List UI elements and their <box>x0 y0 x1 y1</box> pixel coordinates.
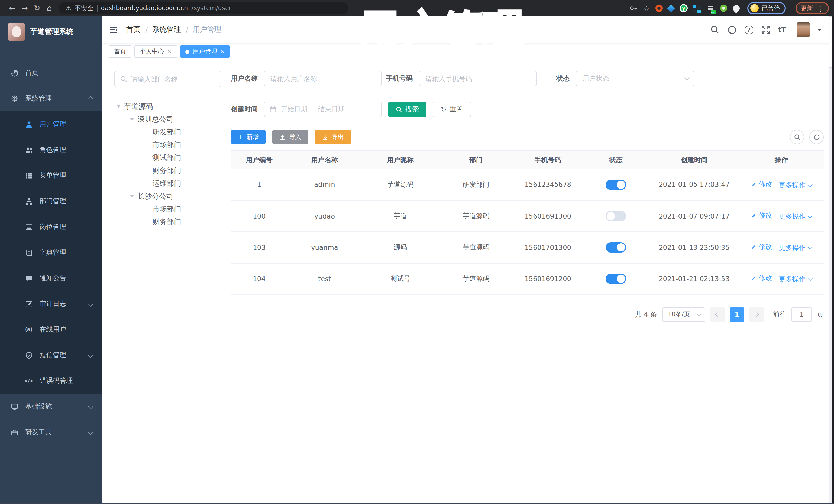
github-icon[interactable] <box>727 25 737 35</box>
status-toggle[interactable] <box>606 242 626 253</box>
browser-back-icon[interactable] <box>6 4 19 13</box>
extension-list-on-icon[interactable] <box>706 5 715 12</box>
extension-green-key-icon[interactable] <box>720 5 727 12</box>
tree-node[interactable]: 芋道源码 <box>114 100 221 113</box>
password-key-icon[interactable] <box>630 4 638 12</box>
more-actions-link[interactable]: 更多操作 <box>779 181 812 190</box>
browser-extensions-area: 已暂停 更新 <box>630 2 829 14</box>
browser-home-icon[interactable] <box>43 4 56 13</box>
chevron-down-icon <box>807 245 812 250</box>
extension-orange-ring-icon[interactable] <box>655 5 663 12</box>
tab-profile[interactable]: 个人中心 × <box>134 45 177 58</box>
extension-green-circle-icon[interactable] <box>680 4 688 12</box>
show-search-toggle-button[interactable] <box>790 130 804 144</box>
col-mobile: 手机号码 <box>513 151 583 169</box>
breadcrumb-home[interactable]: 首页 <box>126 25 140 35</box>
browser-toolbar: 不安全 dashboard.yudao.iocoder.cn/system/us… <box>0 0 834 17</box>
bookmark-star-icon[interactable] <box>643 3 650 13</box>
tree-caret-icon[interactable] <box>130 118 134 123</box>
tree-node[interactable]: 长沙分公司 <box>114 190 221 203</box>
extension-squares-icon[interactable] <box>694 5 697 8</box>
avatar-caret-icon[interactable] <box>817 28 822 33</box>
profile-paused-badge[interactable]: 已暂停 <box>747 2 786 14</box>
fullscreen-icon[interactable] <box>761 25 770 35</box>
sidebar-item-sms-mgmt[interactable]: 短信管理 <box>0 342 102 368</box>
close-icon[interactable]: × <box>167 48 172 55</box>
tree-node[interactable]: 运维部门 <box>114 177 221 190</box>
close-icon[interactable]: × <box>220 48 225 55</box>
sidebar-collapse-icon[interactable] <box>109 25 118 35</box>
tree-caret-icon[interactable] <box>116 105 120 110</box>
date-range-picker[interactable]: 开始日期 - 结束日期 <box>264 102 382 117</box>
sidebar-item-system[interactable]: 系统管理 <box>0 86 102 111</box>
sidebar-item-dict-mgmt[interactable]: 字典管理 <box>0 240 102 265</box>
dept-tree: 芋道源码 深圳总公司 研发部门 市场部门 测试部门 财务部门 运维部门 长沙分公… <box>114 100 221 228</box>
tree-node[interactable]: 测试部门 <box>114 151 221 164</box>
reset-button[interactable]: 重置 <box>433 102 471 117</box>
browser-forward-icon[interactable] <box>19 4 31 13</box>
page-size-select[interactable]: 10条/页 <box>662 307 705 322</box>
browser-menu-kebab-icon[interactable] <box>817 3 824 13</box>
tab-home[interactable]: 首页 <box>109 45 131 58</box>
sidebar-item-dev-tools[interactable]: 研发工具 <box>0 419 102 445</box>
tree-node[interactable]: 财务部门 <box>114 216 221 228</box>
sidebar-item-user-mgmt[interactable]: 用户管理 <box>0 111 102 137</box>
sidebar-item-home[interactable]: 首页 <box>0 60 102 86</box>
current-page-button[interactable]: 1 <box>730 307 744 322</box>
sidebar-item-infrastructure[interactable]: 基础设施 <box>0 394 102 419</box>
status-select[interactable]: 用户状态 <box>576 71 695 86</box>
font-size-icon[interactable] <box>778 25 786 35</box>
dept-search-box[interactable] <box>114 71 221 87</box>
sidebar-item-role-mgmt[interactable]: 角色管理 <box>0 137 102 163</box>
next-page-button[interactable] <box>749 307 764 322</box>
status-toggle[interactable] <box>606 180 626 190</box>
user-avatar[interactable] <box>796 22 810 38</box>
add-button[interactable]: + 新增 <box>231 130 266 144</box>
sidebar-item-post-mgmt[interactable]: 岗位管理 <box>0 214 102 240</box>
tree-node[interactable]: 研发部门 <box>114 126 221 138</box>
more-actions-link[interactable]: 更多操作 <box>779 243 812 253</box>
filter-row-1: 用户名称 手机号码 状态 用户状态 <box>231 71 824 86</box>
collapse-chevron-icon <box>88 96 93 101</box>
edit-link[interactable]: 修改 <box>751 211 772 220</box>
sidebar-item-online-users[interactable]: (a) 在线用户 <box>0 317 102 342</box>
scrollbar-track[interactable] <box>829 17 832 503</box>
edit-link[interactable]: 修改 <box>751 273 772 283</box>
browser-reload-icon[interactable] <box>31 4 43 13</box>
tree-caret-icon[interactable] <box>130 195 134 200</box>
goto-page-input[interactable] <box>791 307 812 322</box>
prev-page-button[interactable] <box>710 307 725 322</box>
scrollbar-thumb[interactable] <box>829 17 832 68</box>
more-actions-link[interactable]: 更多操作 <box>779 212 812 221</box>
extensions-puzzle-icon[interactable] <box>731 4 741 13</box>
tree-node[interactable]: 深圳总公司 <box>114 113 221 126</box>
username-input[interactable] <box>264 71 382 86</box>
search-button[interactable]: 搜索 <box>388 102 426 117</box>
tree-node[interactable]: 市场部门 <box>114 138 221 151</box>
status-toggle[interactable] <box>606 273 626 284</box>
breadcrumb-system[interactable]: 系统管理 <box>152 25 181 35</box>
dept-search-input[interactable] <box>131 75 216 83</box>
edit-link[interactable]: 修改 <box>751 180 772 189</box>
sidebar-item-audit-log[interactable]: 审计日志 <box>0 291 102 317</box>
refresh-icon <box>441 106 446 113</box>
sidebar-item-dept-mgmt[interactable]: 部门管理 <box>0 188 102 214</box>
tree-node[interactable]: 市场部门 <box>114 203 221 216</box>
import-button[interactable]: 导入 <box>272 130 308 144</box>
help-icon[interactable] <box>744 25 753 34</box>
sidebar-item-notice[interactable]: 通知公告 <box>0 265 102 291</box>
tab-user-mgmt[interactable]: 用户管理 × <box>180 45 230 58</box>
refresh-table-button[interactable] <box>809 130 824 144</box>
tree-node[interactable]: 财务部门 <box>114 164 221 177</box>
search-icon[interactable] <box>710 25 719 35</box>
status-toggle[interactable] <box>606 211 626 221</box>
mobile-input[interactable] <box>419 71 537 86</box>
address-bar[interactable]: 不安全 dashboard.yudao.iocoder.cn/system/us… <box>59 2 349 14</box>
sidebar-item-error-code[interactable]: </> 错误码管理 <box>0 368 102 394</box>
extension-blue-gem-icon[interactable] <box>667 4 675 12</box>
export-button[interactable]: 导出 <box>314 130 351 144</box>
sidebar-item-menu-mgmt[interactable]: 菜单管理 <box>0 163 102 188</box>
browser-update-button[interactable]: 更新 <box>795 2 829 14</box>
edit-link[interactable]: 修改 <box>751 242 772 251</box>
more-actions-link[interactable]: 更多操作 <box>779 275 812 284</box>
